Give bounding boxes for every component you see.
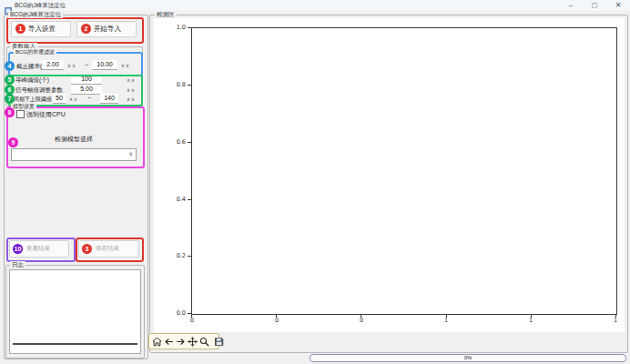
titlebar: BCG的J峰算法定位 – ▢ ✕ xyxy=(0,0,630,11)
close-button[interactable]: ✕ xyxy=(606,0,630,11)
model-settings-groupbox xyxy=(6,106,145,168)
y-tick xyxy=(188,256,191,257)
step-badge-5: 5 xyxy=(5,75,15,85)
y-tick-label: 1.0 xyxy=(168,24,186,31)
app-window: BCG的J峰算法定位 – ▢ ✕ BCG的J峰算法定位 1 导入设置 2 开始导… xyxy=(0,0,630,364)
step-badge-9: 9 xyxy=(8,137,18,147)
y-tick xyxy=(188,142,191,143)
x-tick-label: 1 xyxy=(608,317,623,324)
y-tick-label: 0.4 xyxy=(168,196,186,203)
left-panel-title: BCG的J峰算法定位 xyxy=(8,11,63,18)
save-icon[interactable] xyxy=(214,337,224,347)
app-icon xyxy=(5,2,12,9)
log-horizontal-scrollbar[interactable] xyxy=(13,343,137,345)
maximize-button[interactable]: ▢ xyxy=(583,0,606,11)
bandpass-groupbox xyxy=(8,52,143,76)
y-tick xyxy=(188,199,191,200)
y-tick-label: 0.8 xyxy=(168,81,186,88)
step-badge-10: 10 xyxy=(13,244,23,254)
step-badge-1: 1 xyxy=(15,24,25,34)
step-badge-2: 2 xyxy=(81,24,91,34)
minimize-button[interactable]: – xyxy=(559,0,583,11)
progress-text: 0% xyxy=(464,355,472,360)
step-badge-4: 4 xyxy=(5,61,15,71)
annotation-box-import xyxy=(6,17,144,44)
back-icon[interactable] xyxy=(164,337,174,347)
plot-toolbar xyxy=(148,333,219,349)
y-tick xyxy=(188,27,191,28)
pan-icon[interactable] xyxy=(188,337,198,347)
log-textarea[interactable] xyxy=(9,269,141,354)
log-group-title: 日志 xyxy=(10,261,25,268)
y-tick xyxy=(188,85,191,86)
annotation-box-params xyxy=(8,75,143,106)
plot-group-title: 检测区 xyxy=(155,11,177,18)
plot-axes xyxy=(191,27,617,315)
progress-bar: 0% xyxy=(310,354,626,362)
window-title: BCG的J峰算法定位 xyxy=(15,2,66,10)
zoom-icon[interactable] xyxy=(199,337,209,347)
y-tick-label: 0.6 xyxy=(168,138,186,146)
x-tick-label: 1 xyxy=(439,317,453,324)
home-icon[interactable] xyxy=(152,337,162,347)
x-tick-label: 0 xyxy=(185,317,199,324)
x-tick-label: 1 xyxy=(523,317,538,324)
y-tick-label: 0.2 xyxy=(168,252,186,259)
model-group-title: 模型设置 xyxy=(11,103,36,110)
forward-icon[interactable] xyxy=(176,337,186,347)
step-badge-3: 3 xyxy=(82,244,92,254)
step-badge-7: 7 xyxy=(5,94,15,104)
y-tick-label: 0.0 xyxy=(168,309,186,317)
bandpass-group-title: BCG的带通滤波 xyxy=(14,48,56,56)
x-tick-label: 0 xyxy=(269,317,284,324)
x-tick-label: 0 xyxy=(354,317,369,324)
step-badge-8: 8 xyxy=(5,107,15,117)
